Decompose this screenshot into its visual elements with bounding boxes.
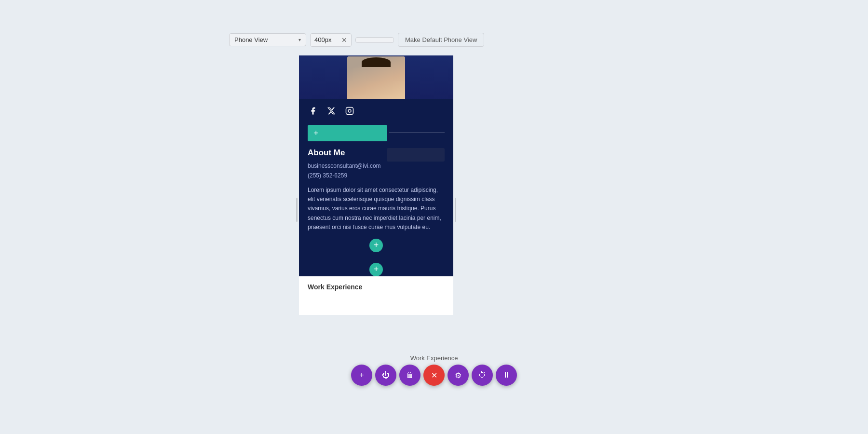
bottom-toolbar-wrapper: Work Experience + ⏻ 🗑 ✕ ⚙ ⏱ ⏸ <box>351 354 517 386</box>
bio-text: Lorem ipsum dolor sit amet consectetur a… <box>308 186 445 232</box>
work-exp-toolbar-label: Work Experience <box>410 354 458 362</box>
divider-add-button[interactable]: + <box>369 263 383 276</box>
work-experience-label: Work Experience <box>308 283 362 291</box>
about-section: About Me businessconsultant@ivi.com (255… <box>299 144 453 260</box>
close-circle-button[interactable]: ✕ <box>423 365 445 386</box>
about-title: About Me <box>308 148 345 158</box>
view-selector[interactable]: Phone View ▾ <box>229 33 306 46</box>
pause-icon: ⏸ <box>502 371 510 380</box>
add-bar-container: + <box>299 121 453 144</box>
pause-circle-button[interactable]: ⏸ <box>496 365 517 386</box>
trash-icon: 🗑 <box>406 371 414 380</box>
close-icon: ✕ <box>431 371 437 380</box>
profile-image-inner <box>347 56 405 99</box>
settings-circle-button[interactable]: ⚙ <box>448 365 469 386</box>
px-input[interactable] <box>314 36 339 43</box>
divider-add-wrapper: + <box>299 260 453 276</box>
social-icons-row <box>299 99 453 121</box>
settings-icon: ⚙ <box>455 371 461 380</box>
extra-input[interactable] <box>355 37 394 43</box>
power-icon: ⏻ <box>382 371 390 380</box>
left-drag-handle[interactable] <box>296 198 298 222</box>
clock-circle-button[interactable]: ⏱ <box>472 365 493 386</box>
add-button-bar[interactable]: + <box>308 125 387 141</box>
close-icon[interactable]: ✕ <box>341 36 347 44</box>
right-drag-handle[interactable] <box>455 198 456 222</box>
power-circle-button[interactable]: ⏻ <box>375 365 396 386</box>
phone-preview: + About Me businessconsultant@ivi.com (2… <box>299 55 453 315</box>
view-toolbar: Phone View ▾ ✕ Make Default Phone View <box>229 33 484 47</box>
contact-email: businessconsultant@ivi.com <box>308 163 445 169</box>
add-circle-button[interactable]: + <box>351 365 372 386</box>
add-circle-icon: + <box>359 371 364 380</box>
hat-decoration <box>362 57 391 67</box>
trash-circle-button[interactable]: 🗑 <box>399 365 420 386</box>
white-section: Work Experience <box>299 276 453 315</box>
chevron-down-icon: ▾ <box>298 37 301 42</box>
add-plus-icon: + <box>313 128 319 138</box>
bottom-toolbar-circles: + ⏻ 🗑 ✕ ⚙ ⏱ ⏸ <box>351 365 517 386</box>
twitter-x-icon[interactable] <box>326 106 337 116</box>
instagram-icon[interactable] <box>344 106 355 116</box>
about-header: About Me <box>308 148 445 158</box>
contact-phone: (255) 352-6259 <box>308 172 445 179</box>
view-selector-label: Phone View <box>234 36 268 43</box>
contact-info: businessconsultant@ivi.com (255) 352-625… <box>308 163 445 179</box>
section-add-button[interactable]: + <box>369 239 383 252</box>
add-bar-divider <box>389 133 445 133</box>
make-default-button[interactable]: Make Default Phone View <box>398 33 484 47</box>
about-add-overlay[interactable] <box>387 148 445 162</box>
profile-image <box>347 56 405 99</box>
svg-rect-0 <box>346 108 353 115</box>
clock-icon: ⏱ <box>478 371 486 380</box>
px-input-wrapper: ✕ <box>310 33 352 47</box>
profile-image-area <box>299 55 453 99</box>
facebook-icon[interactable] <box>308 106 318 116</box>
